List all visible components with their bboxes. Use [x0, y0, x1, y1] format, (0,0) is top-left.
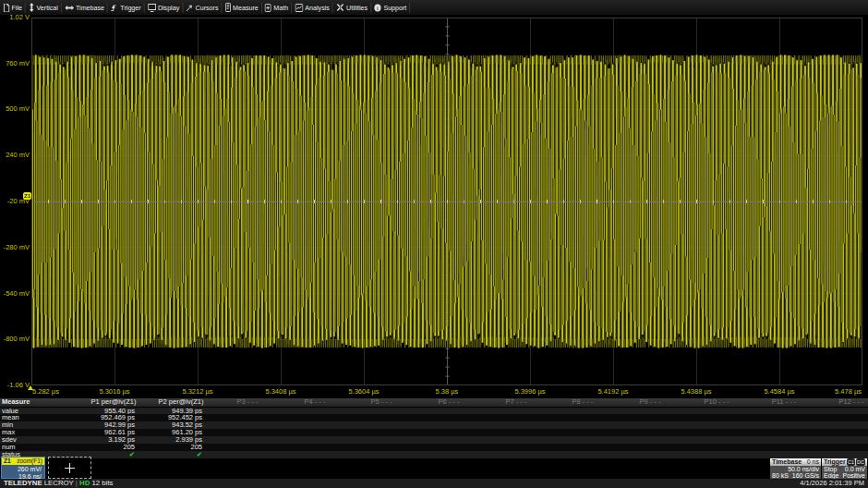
svg-text:i: i	[377, 4, 379, 10]
